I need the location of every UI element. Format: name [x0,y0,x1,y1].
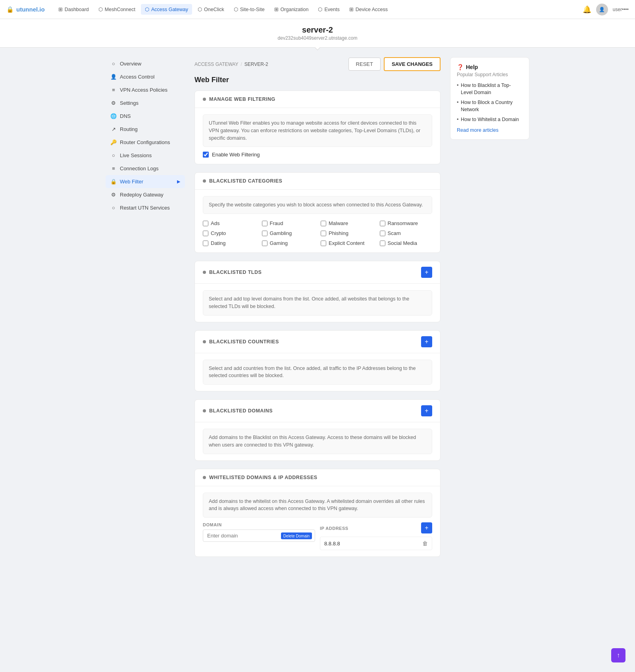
nav-item-dashboard[interactable]: ⊞ Dashboard [54,4,93,15]
sidebar-item-routing[interactable]: ↗ Routing [106,123,185,136]
logo-text: utunnel.io [16,6,45,13]
blacklisted-categories-body: Specify the website categories you wish … [195,190,440,252]
tlds-dot [203,271,206,274]
reset-button[interactable]: RESET [348,58,381,71]
category-grid: Ads Fraud Malware Ransomware [203,220,432,246]
manage-web-filtering-header: MANAGE WEB FILTERING [195,91,440,108]
category-ads[interactable]: Ads [203,220,256,226]
add-blacklisted-domain-button[interactable]: + [421,405,432,416]
routerconfigs-icon: 🔑 [110,139,117,145]
sidebar-item-livesessions[interactable]: ○ Live Sessions [106,149,185,162]
add-ip-button[interactable]: + [421,522,432,533]
header-arrow [314,47,321,50]
sidebar-item-webfilter[interactable]: 🔒 Web Filter ▶ [106,175,185,188]
sidebar-item-vpnpolicies[interactable]: ≡ VPN Access Policies [106,83,185,96]
sidebar-item-routerconfigs[interactable]: 🔑 Router Configurations [106,136,185,149]
notification-icon[interactable]: 🔔 [583,5,591,14]
category-fraud[interactable]: Fraud [262,220,315,226]
sidebar-item-settings[interactable]: ⚙ Settings [106,96,185,110]
checkbox-ads[interactable] [203,221,208,226]
blacklisted-countries-header: BLACKLISTED COUNTRIES + [195,331,440,353]
category-crypto[interactable]: Crypto [203,230,256,236]
nav-item-deviceaccess[interactable]: ⊞ Device Access [345,4,392,15]
sidebar-item-redeploygateway[interactable]: ⚙ Redeploy Gateway [106,188,185,201]
redeploygateway-icon: ⚙ [110,192,117,198]
user-avatar[interactable]: 👤 [596,4,608,15]
domain-col-header: DOMAIN [203,522,315,527]
sidebar-item-accesscontrol[interactable]: 👤 Access Control [106,70,185,83]
checkbox-ransomware[interactable] [380,221,385,226]
restartservices-icon: ○ [110,205,117,211]
nav-items: ⊞ Dashboard ⬡ MeshConnect ⬡ Access Gatew… [54,4,583,15]
nav-item-accessgateway[interactable]: ⬡ Access Gateway [141,4,192,15]
checkbox-socialmedia[interactable] [380,241,385,246]
manage-web-filtering-section: MANAGE WEB FILTERING UTunnel Web Filter … [194,90,441,164]
breadcrumb-parent: ACCESS GATEWAY [194,62,238,67]
sidebar-item-connectionlogs[interactable]: ≡ Connection Logs [106,162,185,175]
category-scam[interactable]: Scam [380,230,433,236]
toolbar: RESET SAVE CHANGES [348,57,441,71]
help-links: How to Blacklist a Top-Level Domain How … [457,82,523,123]
ip-delete-button[interactable]: 🗑 [422,540,428,547]
category-gambling[interactable]: Gambling [262,230,315,236]
category-phishing[interactable]: Phishing [321,230,373,236]
category-explicit[interactable]: Explicit Content [321,240,373,246]
accesscontrol-icon: 👤 [110,74,117,80]
blacklisted-tlds-body: Select and add top level domains from th… [195,284,440,322]
blacklisted-domains-body: Add domains to the Blacklist on this Acc… [195,422,440,460]
checkbox-phishing[interactable] [321,231,326,236]
save-button[interactable]: SAVE CHANGES [384,57,441,71]
domains-dot [203,409,206,412]
category-ransomware[interactable]: Ransomware [380,220,433,226]
page-section-title: Web Filter [194,76,441,84]
blacklisted-domains-header: BLACKLISTED DOMAINS + [195,400,440,422]
manage-description: UTunnel Web Filter enables you to manage… [203,114,432,147]
checkbox-crypto[interactable] [203,231,208,236]
help-icon: ❓ [457,64,464,70]
read-more-link[interactable]: Read more articles [457,127,523,133]
checkbox-explicit[interactable] [321,241,326,246]
help-link-2[interactable]: How to Block a Country Network [461,100,513,112]
blacklisted-tlds-header: BLACKLISTED TLDS + [195,261,440,284]
blacklisted-categories-section: BLACKLISTED CATEGORIES Specify the websi… [194,172,441,253]
nav-item-organization[interactable]: ⊞ Organization [270,4,313,15]
tlds-description: Select and add top level domains from th… [203,290,432,316]
category-malware[interactable]: Malware [321,220,373,226]
delete-domain-button[interactable]: Delete Domain [281,532,312,539]
checkbox-fraud[interactable] [262,221,267,226]
main-layout: ○ Overview 👤 Access Control ≡ VPN Access… [99,48,536,574]
help-subtitle: Popular Support Articles [457,72,523,77]
category-socialmedia[interactable]: Social Media [380,240,433,246]
category-gaming[interactable]: Gaming [262,240,315,246]
breadcrumb-current: SERVER-2 [244,62,268,67]
dns-icon: 🌐 [110,113,117,119]
nav-item-oneclick[interactable]: ⬡ OneClick [194,4,228,15]
checkbox-gambling[interactable] [262,231,267,236]
logo[interactable]: 🔒 utunnel.io [6,6,45,13]
enable-web-filtering-checkbox[interactable] [203,152,209,158]
checkbox-dating[interactable] [203,241,208,246]
category-dating[interactable]: Dating [203,240,256,246]
sidebar-item-dns[interactable]: 🌐 DNS [106,110,185,123]
checkbox-malware[interactable] [321,221,326,226]
add-country-button[interactable]: + [421,336,432,347]
server-name: server-2 [6,25,629,35]
checkbox-scam[interactable] [380,231,385,236]
nav-item-events[interactable]: ⬡ Events [314,4,343,15]
blacklisted-countries-body: Select and add countries from the list. … [195,353,440,391]
categories-description: Specify the website categories you wish … [203,196,432,214]
sidebar: ○ Overview 👤 Access Control ≡ VPN Access… [106,57,185,565]
nav-item-sitetosite[interactable]: ⬡ Site-to-Site [230,4,269,15]
sidebar-item-restartservices[interactable]: ○ Restart UTN Services [106,201,185,214]
nav-item-meshconnect[interactable]: ⬡ MeshConnect [94,4,139,15]
whitelisted-domains-header: WHITELISTED DOMAINS & IP ADDRESSES [195,469,440,486]
sidebar-item-overview[interactable]: ○ Overview [106,57,185,70]
ip-col-header: IP ADDRESS [320,526,348,531]
help-link-3[interactable]: How to Whitelist a Domain [461,117,519,122]
enable-web-filtering-row[interactable]: Enable Web Filtering [203,152,432,158]
checkbox-gaming[interactable] [262,241,267,246]
add-tld-button[interactable]: + [421,267,432,278]
whitelisted-title: WHITELISTED DOMAINS & IP ADDRESSES [209,475,318,480]
blacklisted-categories-header: BLACKLISTED CATEGORIES [195,173,440,190]
help-link-1[interactable]: How to Blacklist a Top-Level Domain [461,83,511,95]
